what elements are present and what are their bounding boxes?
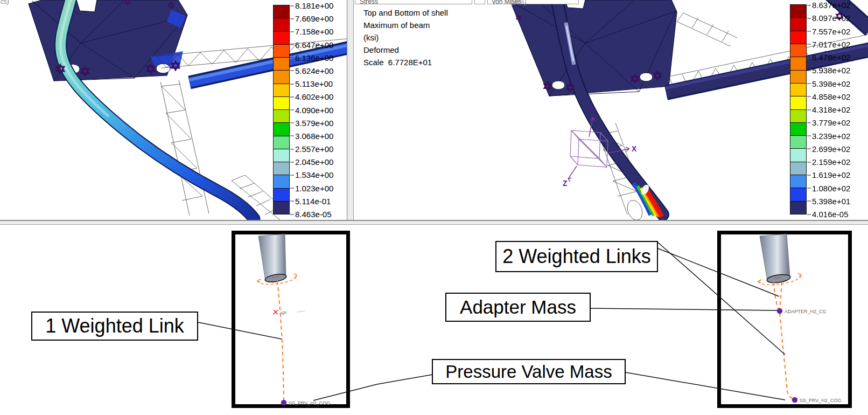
legend-band xyxy=(790,188,806,200)
viewport-divider-vertical[interactable] xyxy=(347,0,354,220)
legend-value: 5.113e+00 xyxy=(295,79,333,88)
prv-cog-label-left: SS_PRV_H2_COG xyxy=(289,400,330,406)
triad-z-label: Z xyxy=(563,179,568,188)
legend-band xyxy=(790,175,806,188)
legend-value: 4.858e+02 xyxy=(812,92,850,101)
legend-band xyxy=(790,31,806,44)
legend-value: 5.398e+01 xyxy=(812,196,850,205)
legend-band xyxy=(274,31,289,44)
legend-value: 7.158e+00 xyxy=(295,27,333,36)
legend-band xyxy=(790,109,806,122)
legend-value: 4.318e+02 xyxy=(812,105,850,114)
weighted-link-left: AP SS_PRV_H2_COG xyxy=(274,281,330,406)
legend-band xyxy=(274,44,289,57)
legend-value: 2.557e+00 xyxy=(295,144,333,154)
adapter-cog-label: ADAPTER_H2_CG xyxy=(785,309,827,314)
legend-band xyxy=(790,201,806,214)
csys-ap-label: AP xyxy=(280,310,286,316)
annotation-label: Adapter Mass xyxy=(460,296,576,318)
legend-band xyxy=(274,175,289,188)
idealization-diagrams: AP SS_PRV_H2_COG ADAPTER_H2_CG S xyxy=(0,225,868,415)
legend-value: 1.023e+00 xyxy=(295,183,333,192)
legend-value: 5.938e+02 xyxy=(812,66,850,75)
legend-value: 6.136e+00 xyxy=(295,53,333,62)
legend-value: 2.699e+02 xyxy=(812,144,850,153)
legend-band xyxy=(790,70,806,83)
legend-band xyxy=(274,57,289,70)
legend-value: 3.779e+02 xyxy=(812,118,850,127)
legend-band xyxy=(274,122,289,135)
legend-value: 8.181e+00 xyxy=(295,1,333,10)
legend-band xyxy=(274,70,289,83)
legend-band xyxy=(790,5,806,17)
annotation-label: Pressure Valve Mass xyxy=(445,362,612,382)
legend-band xyxy=(274,84,289,96)
legend-value: 8.097e+02 xyxy=(812,13,850,23)
point-mass-dot xyxy=(793,398,797,403)
legend-band xyxy=(790,83,806,96)
triad-y-label: Y xyxy=(589,107,594,116)
stress-dropdown[interactable]: Stress xyxy=(355,0,472,4)
section-divider-horizontal[interactable] xyxy=(0,220,868,225)
legend-band xyxy=(274,136,289,149)
wcs-corner-label: (wcs) xyxy=(511,0,527,6)
result-info-line: Maximum of beam xyxy=(363,19,448,31)
annotation-1-weighted-link: 1 Weighted Link xyxy=(31,312,198,341)
point-mass-dot xyxy=(282,400,286,405)
annotation-pressure-valve-mass: Pressure Valve Mass xyxy=(432,359,626,384)
annotation-label: 2 Weighted Links xyxy=(502,245,651,268)
legend-value: 3.579e+00 xyxy=(295,118,333,127)
result-info-line: (ksi) xyxy=(363,31,448,44)
legend-band xyxy=(790,96,806,109)
legend-value: 6.478e+02 xyxy=(812,53,850,62)
prv-cog-label-right: SS_PRV_H2_COG xyxy=(800,398,841,403)
legend-band xyxy=(790,44,806,57)
legend-band xyxy=(274,18,289,31)
legend-value: 7.557e+02 xyxy=(812,26,850,36)
legend-value: 3.239e+02 xyxy=(812,131,850,140)
legend-value: 1.534e+00 xyxy=(295,170,333,179)
annotation-label: 1 Weighted Link xyxy=(45,315,184,337)
legend-value: 6.647e+00 xyxy=(295,40,333,49)
legend-value: 4.016e-05 xyxy=(812,210,849,219)
von-mises-dropdown[interactable]: von Mises xyxy=(487,0,579,4)
legend-band xyxy=(274,201,289,214)
legend-value: 5.398e+02 xyxy=(812,79,850,88)
legend-band xyxy=(790,135,806,148)
legend-band xyxy=(274,162,289,175)
fea-viewport-right[interactable]: Y X Z Stress von Mises (wcs) Top and Bot… xyxy=(354,0,868,220)
legend-band xyxy=(790,162,806,175)
fea-viewport-left[interactable]: cs) 8.181e+007.669e+007.158e+006.647e+00… xyxy=(0,0,347,220)
legend-band xyxy=(790,57,806,70)
legend-value: 2.045e+00 xyxy=(295,157,333,167)
annotation-adapter-mass: Adapter Mass xyxy=(445,293,591,322)
legend-value-labels: 8.637e+028.097e+027.557e+027.017e+026.47… xyxy=(812,4,868,215)
triad-x-label: X xyxy=(632,144,637,153)
legend-band xyxy=(274,188,289,201)
csys-corner-label: cs) xyxy=(1,0,9,5)
app-window: cs) 8.181e+007.669e+007.158e+006.647e+00… xyxy=(0,0,868,415)
legend-color-bar xyxy=(273,5,290,215)
legend-band xyxy=(790,122,806,135)
legend-band xyxy=(274,149,289,162)
result-info-line: Scale 6.7728E+01 xyxy=(363,56,448,68)
result-info-block: Top and Bottom of shell Maximum of beam … xyxy=(363,6,448,68)
legend-value: 8.463e-05 xyxy=(295,210,332,219)
bracket-plate xyxy=(510,0,677,96)
legend-value: 8.637e+02 xyxy=(812,1,850,10)
legend-band xyxy=(274,5,289,18)
dropdown-spacer-button[interactable] xyxy=(474,0,485,4)
legend-value: 1.619e+02 xyxy=(812,170,850,179)
legend-band xyxy=(790,148,806,161)
legend-value: 1.080e+02 xyxy=(812,183,850,192)
pipe-stub-right xyxy=(758,234,801,285)
legend-value-labels: 8.181e+007.669e+007.158e+006.647e+006.13… xyxy=(295,5,347,215)
result-info-line: Top and Bottom of shell xyxy=(363,6,448,19)
weighted-links-right: ADAPTER_H2_CG SS_PRV_H2_COG xyxy=(774,282,841,403)
bracket-plate xyxy=(29,0,187,81)
legend-band xyxy=(274,109,289,122)
point-mass-dot xyxy=(778,309,782,314)
legend-value: 3.068e+00 xyxy=(295,131,333,140)
result-info-line: Deformed xyxy=(363,44,448,56)
legend-color-bar xyxy=(790,4,807,215)
